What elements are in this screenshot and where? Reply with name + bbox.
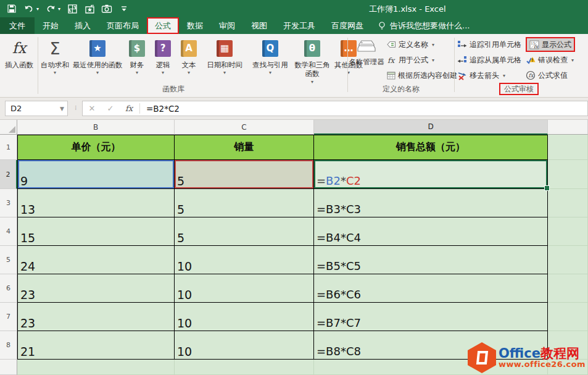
- cell-b2[interactable]: 9: [17, 160, 175, 189]
- cell-c5[interactable]: 10: [175, 246, 314, 274]
- cancel-icon[interactable]: ✕: [83, 104, 101, 113]
- chevron-down-icon: ▾: [223, 70, 226, 75]
- redo-dropdown-icon[interactable]: ▾: [58, 6, 60, 12]
- tab-view[interactable]: 视图: [243, 17, 275, 34]
- math-trig-icon: θ: [304, 40, 320, 57]
- trace-dependents-icon: [457, 56, 467, 64]
- cell-c8[interactable]: 10: [175, 331, 314, 360]
- cell-c2[interactable]: 5: [175, 160, 314, 189]
- cell-b7[interactable]: 23: [17, 303, 175, 331]
- name-box[interactable]: D2 ▼: [5, 101, 68, 116]
- cell-d5[interactable]: =B5*C5: [314, 246, 548, 274]
- use-in-formula-button[interactable]: fx 用于公式▾: [387, 53, 434, 67]
- cell-c4[interactable]: 5: [175, 217, 314, 246]
- customize-qat-icon[interactable]: [118, 3, 130, 14]
- name-manager-button[interactable]: 名称管理器: [349, 36, 384, 66]
- cell-b1[interactable]: 单价（元）: [17, 135, 175, 160]
- logical-button[interactable]: ? 逻辑 ▾: [150, 36, 176, 84]
- cell-c1[interactable]: 销量: [175, 135, 314, 160]
- create-from-selection-button[interactable]: 根据所选内容创建: [387, 69, 457, 82]
- remove-arrows-button[interactable]: 移去箭头▾: [457, 69, 505, 82]
- cell-d7[interactable]: =B7*C7: [314, 303, 548, 331]
- autosum-button[interactable]: Σ 自动求和 ▾: [39, 36, 71, 84]
- trace-precedents-button[interactable]: 追踪引用单元格: [457, 38, 521, 51]
- cell-b5[interactable]: 24: [17, 246, 175, 274]
- tell-me-box[interactable]: 告诉我您想要做什么...: [371, 17, 476, 34]
- cell-b8[interactable]: 21: [17, 331, 175, 360]
- financial-button[interactable]: $ 财务 ▾: [124, 36, 150, 84]
- show-formulas-button[interactable]: 15fx 显示公式: [526, 37, 575, 52]
- formula-input-area: ✕ ✓ fx =B2*C2: [82, 101, 588, 116]
- cell-d4[interactable]: =B4*C4: [314, 217, 548, 246]
- cell-d1[interactable]: 销售总额（元）: [314, 135, 548, 160]
- text-button[interactable]: A 文本 ▾: [176, 36, 202, 84]
- tab-home[interactable]: 开始: [35, 17, 67, 34]
- tab-review[interactable]: 审阅: [211, 17, 243, 34]
- tab-page-layout[interactable]: 页面布局: [99, 17, 147, 34]
- select-all-corner[interactable]: [0, 120, 17, 135]
- name-box-dropdown-icon[interactable]: ▼: [60, 106, 64, 112]
- row-header-8[interactable]: 8: [0, 331, 17, 360]
- cell-c6[interactable]: 10: [175, 274, 314, 303]
- lookup-reference-button[interactable]: Q 查找与引用 ▾: [247, 36, 293, 84]
- cell-b3[interactable]: 13: [17, 189, 175, 217]
- cell-b4[interactable]: 15: [17, 217, 175, 246]
- tab-developer[interactable]: 开发工具: [275, 17, 323, 34]
- row-header-6[interactable]: 6: [0, 274, 17, 303]
- cell-b6[interactable]: 23: [17, 274, 175, 303]
- column-header-b[interactable]: B: [17, 120, 175, 135]
- cell-c3[interactable]: 5: [175, 189, 314, 217]
- camera-icon[interactable]: [101, 3, 112, 14]
- chevron-down-icon: ▾: [136, 70, 138, 75]
- cell-d3[interactable]: =B3*C3: [314, 189, 548, 217]
- watermark-suffix: 教程网: [540, 346, 579, 361]
- undo-dropdown-icon[interactable]: ▾: [36, 6, 39, 12]
- tab-file[interactable]: 文件: [0, 17, 35, 34]
- save-icon[interactable]: [6, 3, 17, 14]
- chevron-down-icon: ▾: [503, 73, 505, 78]
- redo-icon[interactable]: [45, 3, 56, 14]
- insert-function-button[interactable]: fx 插入函数: [1, 36, 37, 84]
- row-header-7[interactable]: 7: [0, 303, 17, 331]
- enter-icon[interactable]: ✓: [101, 104, 120, 113]
- row-header-3[interactable]: 3: [0, 189, 17, 217]
- define-name-button[interactable]: 定义名称▾: [387, 38, 434, 51]
- row-header-1[interactable]: 1: [0, 135, 17, 160]
- cell-d6[interactable]: =B6*C6: [314, 274, 548, 303]
- row-header-4[interactable]: 4: [0, 217, 17, 246]
- formula-input[interactable]: =B2*C2: [144, 104, 180, 114]
- column-header-c[interactable]: C: [175, 120, 314, 135]
- define-name-icon: [387, 41, 396, 48]
- tab-formulas[interactable]: 公式: [147, 17, 179, 34]
- trace-dependents-button[interactable]: 追踪从属单元格: [457, 53, 521, 67]
- star-box-icon[interactable]: [84, 3, 95, 14]
- math-trig-button[interactable]: θ 数学和三角函数 ▾: [293, 36, 331, 85]
- error-checking-button[interactable]: 错误检查▾: [526, 53, 574, 67]
- undo-icon[interactable]: [23, 3, 35, 14]
- cell-d2-active[interactable]: =B2*C2: [314, 160, 548, 189]
- group-function-library: fx 插入函数 Σ 自动求和 ▾ ★ 最近使用的函数 ▾ $ 财务 ▾: [0, 34, 347, 97]
- tab-data[interactable]: 数据: [179, 17, 211, 34]
- row-header-5[interactable]: 5: [0, 246, 17, 274]
- window-title: 工作簿1.xlsx - Excel: [369, 4, 446, 15]
- recent-functions-icon: ★: [89, 40, 106, 57]
- chevron-down-icon: ▾: [269, 70, 271, 75]
- group-label-defined-names: 定义的名称: [349, 84, 453, 95]
- row-header-2[interactable]: 2: [0, 160, 17, 189]
- recent-functions-button[interactable]: ★ 最近使用的函数 ▾: [71, 36, 124, 84]
- column-header-d[interactable]: D: [314, 120, 548, 135]
- insert-function-icon[interactable]: fx: [120, 104, 138, 113]
- group-label-formula-auditing: 公式审核: [499, 84, 539, 95]
- tab-insert[interactable]: 插入: [67, 17, 99, 34]
- row-header-9[interactable]: [0, 360, 17, 375]
- formula-bar-splitter[interactable]: ⁞: [75, 104, 77, 112]
- date-time-button[interactable]: ▦ 日期和时间 ▾: [202, 36, 247, 84]
- column-header-e[interactable]: [548, 120, 588, 135]
- tab-baidu-netdisk[interactable]: 百度网盘: [323, 17, 371, 34]
- chevron-down-icon: ▾: [432, 42, 434, 48]
- table-mode-icon[interactable]: [67, 3, 78, 14]
- watermark-url: www.office26.com: [499, 360, 586, 369]
- office26-logo-icon: [468, 342, 496, 373]
- cell-c7[interactable]: 10: [175, 303, 314, 331]
- evaluate-formula-button[interactable]: fx 公式求值: [526, 69, 568, 82]
